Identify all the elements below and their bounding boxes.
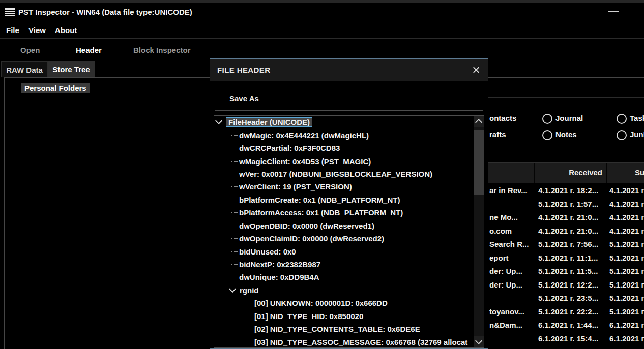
table-row[interactable]: ne Mo...4.1.2021 г. 21:0...4.1.2021 г bbox=[486, 211, 644, 225]
store-tree-root-personal-folders[interactable]: Personal Folders bbox=[21, 83, 90, 93]
tree-item[interactable]: [03] NID_TYPE_ASSOC_MESSAGE: 0x66768 (32… bbox=[214, 335, 484, 348]
menu-view[interactable]: View bbox=[28, 26, 46, 35]
tree-item[interactable]: dwCRCPartial: 0xF3F0CD83 bbox=[214, 142, 484, 154]
radio-label-drafts[interactable]: rafts bbox=[489, 130, 506, 139]
table-row[interactable]: ar in Rev...4.1.2021 г. 18:2...4.1.2021 … bbox=[486, 184, 644, 198]
message-list: ar in Rev...4.1.2021 г. 18:2...4.1.2021 … bbox=[486, 184, 644, 345]
tree-item[interactable]: wMagicClient: 0x4D53 (PST_MAGIC) bbox=[214, 154, 484, 167]
table-row[interactable]: 6.1.2021 г. 15:4...6.1.2021 г bbox=[486, 332, 644, 346]
window-title: PST Inspector - WIN64 (Data file type:UN… bbox=[18, 8, 192, 16]
table-row[interactable]: 5.1.2021 г. 23:5...5.1.2021 г bbox=[486, 292, 644, 305]
close-icon[interactable] bbox=[472, 66, 480, 74]
save-as-label: Save As bbox=[229, 94, 259, 103]
tree-item[interactable]: [01] NID_TYPE_HID: 0x850020 bbox=[214, 310, 484, 323]
table-row[interactable]: n&Dam...6.1.2021 г. 1:44...6.1.2021 г bbox=[486, 319, 644, 332]
tree-item[interactable]: wVer: 0x0017 (NDBUNI_BIGSBLOCKLEAF_VERSI… bbox=[214, 168, 484, 180]
right-panel-divider bbox=[486, 144, 644, 144]
radio-label-journal[interactable]: Journal bbox=[555, 114, 583, 122]
tree-item[interactable]: bPlatformAccess: 0x1 (NDB_PLATFORM_NT) bbox=[214, 206, 484, 219]
tree-item[interactable]: rgnid bbox=[214, 284, 484, 297]
scroll-up-button[interactable] bbox=[474, 116, 484, 127]
radio-label-junk[interactable]: Junk bbox=[630, 130, 644, 139]
table-row[interactable]: der: Up...5.1.2021 г. 11:5...5.1.2021 г bbox=[486, 265, 644, 278]
radio-notes[interactable] bbox=[542, 130, 552, 140]
app-icon bbox=[5, 7, 15, 18]
chevron-down-icon bbox=[475, 337, 482, 344]
tree-item[interactable]: dwMagic: 0x4E444221 (dwMagicHL) bbox=[214, 129, 484, 141]
chevron-up-icon bbox=[475, 119, 482, 126]
menu-about[interactable]: About bbox=[55, 26, 77, 35]
tree-item[interactable]: wVerClient: 19 (PST_VERSION) bbox=[214, 180, 484, 193]
file-header-dialog: FILE HEADER Save As FileHeader (UNICODE)… bbox=[210, 58, 488, 349]
header-button[interactable]: Header bbox=[76, 46, 102, 54]
menu-file[interactable]: File bbox=[6, 26, 19, 35]
menu-divider bbox=[0, 38, 644, 39]
tree-item[interactable]: [00] UNKNOWN: 0000001D: 0x666DD bbox=[214, 297, 484, 309]
radio-task[interactable] bbox=[617, 114, 627, 124]
table-row[interactable]: toyanov...5.1.2021 г. 22:2...5.1.2021 г bbox=[486, 305, 644, 319]
column-header-received[interactable]: Received bbox=[537, 168, 602, 177]
tree-connector-line bbox=[13, 90, 21, 90]
radio-label-notes[interactable]: Notes bbox=[555, 130, 577, 139]
window-top-strip bbox=[0, 0, 644, 3]
right-panel-divider bbox=[486, 97, 644, 98]
chevron-down-icon[interactable] bbox=[215, 117, 222, 124]
radio-label-contacts[interactable]: ontacts bbox=[489, 114, 516, 122]
column-separator[interactable] bbox=[534, 163, 535, 183]
table-row[interactable]: eport5.1.2021 г. 11:1...5.1.2021 г bbox=[486, 251, 644, 265]
block-inspector-button[interactable]: Block Inspector bbox=[133, 46, 191, 54]
table-row[interactable]: der: Up...5.1.2021 г. 12:2...5.1.2021 г bbox=[486, 278, 644, 292]
open-button[interactable]: Open bbox=[20, 46, 40, 54]
tree-item[interactable]: dwOpenDBID: 0x0000 (dwReserved1) bbox=[214, 219, 484, 232]
tree-item[interactable]: FileHeader (UNICODE) bbox=[214, 116, 484, 129]
table-row[interactable]: 5.1.2021 г. 1:57...4.1.2021 г bbox=[486, 198, 644, 211]
radio-journal[interactable] bbox=[542, 114, 552, 124]
column-separator[interactable] bbox=[606, 163, 607, 183]
tree-item[interactable]: bPlatformCreate: 0x1 (NDB_PLATFORM_NT) bbox=[214, 194, 484, 206]
tree-item[interactable]: dwOpenClaimID: 0x0000 (dwReserved2) bbox=[214, 232, 484, 245]
column-header-third[interactable]: Su bbox=[635, 168, 644, 177]
tree-guide-line bbox=[235, 126, 235, 290]
dialog-title: FILE HEADER bbox=[217, 66, 270, 74]
minimize-button[interactable] bbox=[608, 11, 619, 12]
save-as-button[interactable]: Save As bbox=[215, 85, 483, 111]
dialog-titlebar[interactable]: FILE HEADER bbox=[210, 59, 488, 82]
radio-junk[interactable] bbox=[617, 130, 627, 140]
tree-guide-line bbox=[250, 291, 250, 342]
radio-label-task[interactable]: Task bbox=[630, 114, 644, 122]
tab-raw-data[interactable]: RAW Data bbox=[1, 61, 48, 77]
tree-item[interactable]: bidNextP: 0x2382B987 bbox=[214, 258, 484, 271]
table-row[interactable]: Search R...5.1.2021 г. 7:56...5.1.2021 г bbox=[486, 238, 644, 251]
scroll-down-button[interactable] bbox=[474, 336, 484, 347]
tree-item[interactable]: bidUnused: 0x0 bbox=[214, 245, 484, 258]
tree-scrollbar[interactable] bbox=[474, 116, 484, 347]
tab-store-tree[interactable]: Store Tree bbox=[48, 61, 95, 77]
tree-item[interactable]: dwUnique: 0xDD9B4A bbox=[214, 271, 484, 283]
tree-item[interactable]: [02] NID_TYPE_CONTENTS_TABLE: 0x6DE6E bbox=[214, 323, 484, 335]
scrollbar-thumb[interactable] bbox=[474, 130, 484, 195]
file-header-tree: FileHeader (UNICODE) dwMagic: 0x4E444221… bbox=[214, 115, 484, 348]
table-row[interactable]: o.com4.1.2021 г. 21:0...4.1.2021 г bbox=[486, 225, 644, 238]
